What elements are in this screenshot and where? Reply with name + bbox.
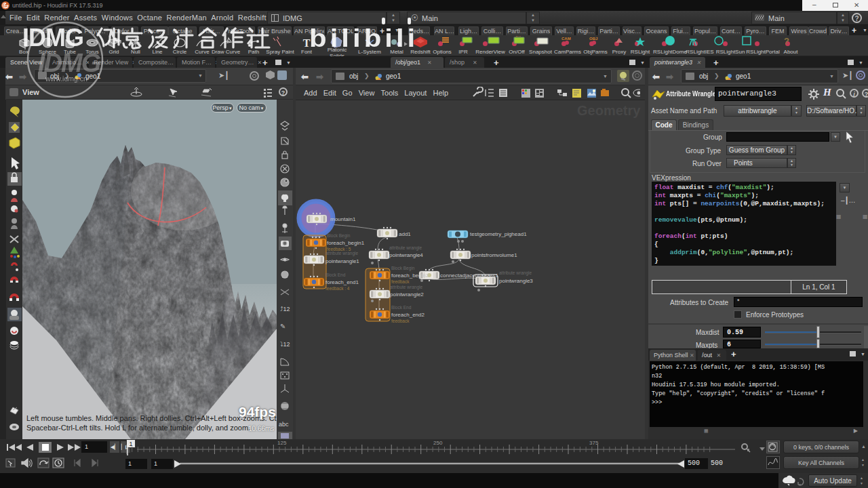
svg-text:foreach_end2: foreach_end2 [391,312,425,318]
svg-text:connectadjacentpieces1: connectadjacentpieces1 [440,272,498,279]
svg-text:?: ? [784,36,789,46]
svg-text:mountain1: mountain1 [330,216,356,222]
svg-text:Block End: Block End [326,272,346,277]
svg-text:pointwrangle2: pointwrangle2 [390,291,424,298]
svg-text:feedback : 4: feedback : 4 [326,286,350,291]
svg-text:foreach_begin1: foreach_begin1 [327,240,365,246]
svg-text:125: 125 [277,440,287,446]
svg-text:attribute wrangle: attribute wrangle [499,270,532,276]
svg-text:OBJ: OBJ [589,37,597,41]
svg-text:abc: abc [279,421,289,428]
svg-text:Block Begin: Block Begin [391,266,415,271]
svg-text:attribute wrangle: attribute wrangle [390,285,422,290]
svg-text:ON: ON [515,36,521,37]
svg-text:foreach_end1: foreach_end1 [326,279,359,285]
svg-text:testgeometry_pighead1: testgeometry_pighead1 [470,231,527,237]
svg-text:250: 250 [433,440,443,446]
svg-text:attribute wrangle: attribute wrangle [326,251,358,256]
svg-text:⤴12: ⤴12 [280,306,290,312]
svg-text:Geometry: Geometry [577,103,641,118]
svg-text:Spacebar-Ctrl-Left tilts. Hold: Spacebar-Ctrl-Left tilts. Hold L for alt… [26,424,250,432]
svg-text:feedback: feedback [391,319,410,323]
svg-text:attribute wrangle: attribute wrangle [389,245,422,251]
svg-text:⤵12: ⤵12 [280,341,290,348]
svg-text:add1: add1 [399,231,411,237]
svg-text:pointsfromvolume1: pointsfromvolume1 [471,252,517,258]
svg-text:foreach_begin2: foreach_begin2 [391,272,429,279]
svg-text:pointwrangle1: pointwrangle1 [326,258,359,264]
svg-text:Block End: Block End [391,305,412,310]
svg-text:pointwrangle4: pointwrangle4 [389,252,423,258]
svg-text:pointwrangle3: pointwrangle3 [499,278,533,284]
svg-text:CAM: CAM [561,37,571,41]
svg-text:feedback : 5: feedback : 5 [327,247,351,251]
svg-text:feedback: feedback [391,279,410,284]
svg-text:✎: ✎ [280,323,285,330]
svg-text:375: 375 [589,440,599,446]
svg-text:T: T [303,37,311,49]
svg-text:Block Begin: Block Begin [327,233,351,239]
